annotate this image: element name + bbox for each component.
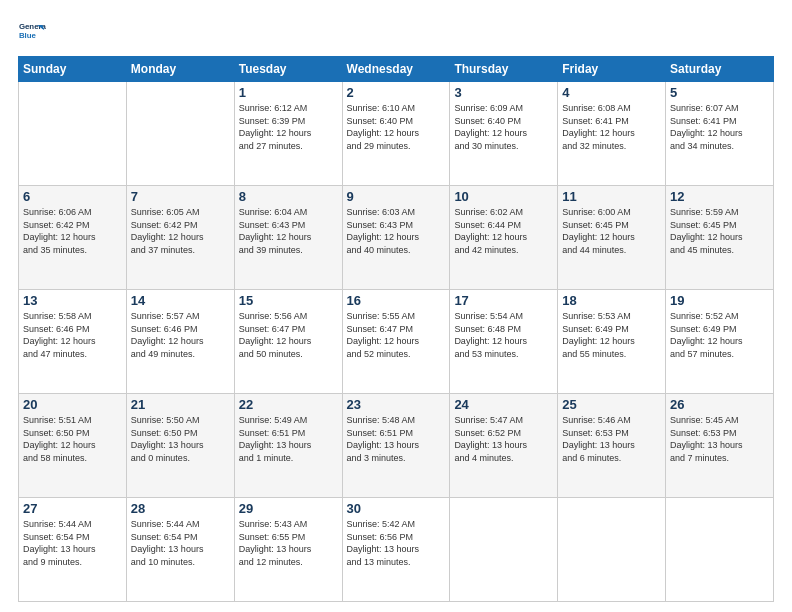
- day-number: 5: [670, 85, 769, 100]
- day-number: 15: [239, 293, 338, 308]
- day-info: Sunrise: 5:56 AM Sunset: 6:47 PM Dayligh…: [239, 310, 338, 360]
- day-info: Sunrise: 6:05 AM Sunset: 6:42 PM Dayligh…: [131, 206, 230, 256]
- day-info: Sunrise: 5:47 AM Sunset: 6:52 PM Dayligh…: [454, 414, 553, 464]
- day-info: Sunrise: 5:54 AM Sunset: 6:48 PM Dayligh…: [454, 310, 553, 360]
- day-info: Sunrise: 6:03 AM Sunset: 6:43 PM Dayligh…: [347, 206, 446, 256]
- day-number: 29: [239, 501, 338, 516]
- day-number: 23: [347, 397, 446, 412]
- calendar-cell: 11Sunrise: 6:00 AM Sunset: 6:45 PM Dayli…: [558, 186, 666, 290]
- day-info: Sunrise: 6:10 AM Sunset: 6:40 PM Dayligh…: [347, 102, 446, 152]
- day-number: 1: [239, 85, 338, 100]
- day-number: 16: [347, 293, 446, 308]
- calendar-cell: 5Sunrise: 6:07 AM Sunset: 6:41 PM Daylig…: [666, 82, 774, 186]
- calendar-cell: 8Sunrise: 6:04 AM Sunset: 6:43 PM Daylig…: [234, 186, 342, 290]
- calendar-cell: 24Sunrise: 5:47 AM Sunset: 6:52 PM Dayli…: [450, 394, 558, 498]
- day-info: Sunrise: 5:57 AM Sunset: 6:46 PM Dayligh…: [131, 310, 230, 360]
- calendar-header-row: SundayMondayTuesdayWednesdayThursdayFrid…: [19, 57, 774, 82]
- calendar-day-header: Monday: [126, 57, 234, 82]
- day-number: 11: [562, 189, 661, 204]
- day-number: 10: [454, 189, 553, 204]
- calendar-day-header: Sunday: [19, 57, 127, 82]
- day-number: 24: [454, 397, 553, 412]
- day-info: Sunrise: 5:49 AM Sunset: 6:51 PM Dayligh…: [239, 414, 338, 464]
- day-number: 19: [670, 293, 769, 308]
- calendar-cell: 14Sunrise: 5:57 AM Sunset: 6:46 PM Dayli…: [126, 290, 234, 394]
- day-info: Sunrise: 5:45 AM Sunset: 6:53 PM Dayligh…: [670, 414, 769, 464]
- calendar-cell: 28Sunrise: 5:44 AM Sunset: 6:54 PM Dayli…: [126, 498, 234, 602]
- day-info: Sunrise: 6:06 AM Sunset: 6:42 PM Dayligh…: [23, 206, 122, 256]
- calendar-cell: [450, 498, 558, 602]
- calendar-cell: 19Sunrise: 5:52 AM Sunset: 6:49 PM Dayli…: [666, 290, 774, 394]
- logo-icon: General Blue: [18, 18, 46, 46]
- calendar-day-header: Thursday: [450, 57, 558, 82]
- calendar-cell: [666, 498, 774, 602]
- day-number: 13: [23, 293, 122, 308]
- day-number: 9: [347, 189, 446, 204]
- calendar-cell: 3Sunrise: 6:09 AM Sunset: 6:40 PM Daylig…: [450, 82, 558, 186]
- calendar-cell: 1Sunrise: 6:12 AM Sunset: 6:39 PM Daylig…: [234, 82, 342, 186]
- day-info: Sunrise: 6:00 AM Sunset: 6:45 PM Dayligh…: [562, 206, 661, 256]
- day-info: Sunrise: 5:50 AM Sunset: 6:50 PM Dayligh…: [131, 414, 230, 464]
- calendar-cell: 29Sunrise: 5:43 AM Sunset: 6:55 PM Dayli…: [234, 498, 342, 602]
- calendar-day-header: Friday: [558, 57, 666, 82]
- day-number: 22: [239, 397, 338, 412]
- calendar-cell: 20Sunrise: 5:51 AM Sunset: 6:50 PM Dayli…: [19, 394, 127, 498]
- day-number: 26: [670, 397, 769, 412]
- day-info: Sunrise: 5:59 AM Sunset: 6:45 PM Dayligh…: [670, 206, 769, 256]
- calendar-week-row: 20Sunrise: 5:51 AM Sunset: 6:50 PM Dayli…: [19, 394, 774, 498]
- calendar-day-header: Wednesday: [342, 57, 450, 82]
- calendar-cell: 2Sunrise: 6:10 AM Sunset: 6:40 PM Daylig…: [342, 82, 450, 186]
- calendar-cell: 13Sunrise: 5:58 AM Sunset: 6:46 PM Dayli…: [19, 290, 127, 394]
- calendar-cell: 15Sunrise: 5:56 AM Sunset: 6:47 PM Dayli…: [234, 290, 342, 394]
- day-info: Sunrise: 5:58 AM Sunset: 6:46 PM Dayligh…: [23, 310, 122, 360]
- day-number: 2: [347, 85, 446, 100]
- day-number: 3: [454, 85, 553, 100]
- day-info: Sunrise: 6:02 AM Sunset: 6:44 PM Dayligh…: [454, 206, 553, 256]
- calendar-cell: 16Sunrise: 5:55 AM Sunset: 6:47 PM Dayli…: [342, 290, 450, 394]
- calendar-cell: [558, 498, 666, 602]
- calendar-week-row: 27Sunrise: 5:44 AM Sunset: 6:54 PM Dayli…: [19, 498, 774, 602]
- day-number: 27: [23, 501, 122, 516]
- day-number: 17: [454, 293, 553, 308]
- calendar-week-row: 13Sunrise: 5:58 AM Sunset: 6:46 PM Dayli…: [19, 290, 774, 394]
- calendar-cell: [126, 82, 234, 186]
- day-number: 18: [562, 293, 661, 308]
- calendar-week-row: 1Sunrise: 6:12 AM Sunset: 6:39 PM Daylig…: [19, 82, 774, 186]
- calendar-cell: 7Sunrise: 6:05 AM Sunset: 6:42 PM Daylig…: [126, 186, 234, 290]
- day-number: 12: [670, 189, 769, 204]
- page: General Blue SundayMondayTuesdayWednesda…: [0, 0, 792, 612]
- day-info: Sunrise: 6:12 AM Sunset: 6:39 PM Dayligh…: [239, 102, 338, 152]
- logo: General Blue: [18, 18, 50, 46]
- calendar-day-header: Saturday: [666, 57, 774, 82]
- day-number: 20: [23, 397, 122, 412]
- day-info: Sunrise: 5:51 AM Sunset: 6:50 PM Dayligh…: [23, 414, 122, 464]
- day-info: Sunrise: 6:09 AM Sunset: 6:40 PM Dayligh…: [454, 102, 553, 152]
- svg-text:Blue: Blue: [19, 31, 37, 40]
- day-number: 7: [131, 189, 230, 204]
- calendar-cell: 12Sunrise: 5:59 AM Sunset: 6:45 PM Dayli…: [666, 186, 774, 290]
- calendar-cell: 25Sunrise: 5:46 AM Sunset: 6:53 PM Dayli…: [558, 394, 666, 498]
- day-number: 21: [131, 397, 230, 412]
- calendar-cell: 4Sunrise: 6:08 AM Sunset: 6:41 PM Daylig…: [558, 82, 666, 186]
- calendar-cell: 22Sunrise: 5:49 AM Sunset: 6:51 PM Dayli…: [234, 394, 342, 498]
- day-info: Sunrise: 5:44 AM Sunset: 6:54 PM Dayligh…: [131, 518, 230, 568]
- day-number: 6: [23, 189, 122, 204]
- day-info: Sunrise: 5:46 AM Sunset: 6:53 PM Dayligh…: [562, 414, 661, 464]
- day-info: Sunrise: 6:04 AM Sunset: 6:43 PM Dayligh…: [239, 206, 338, 256]
- day-number: 8: [239, 189, 338, 204]
- day-info: Sunrise: 5:48 AM Sunset: 6:51 PM Dayligh…: [347, 414, 446, 464]
- calendar-cell: 6Sunrise: 6:06 AM Sunset: 6:42 PM Daylig…: [19, 186, 127, 290]
- calendar-cell: 27Sunrise: 5:44 AM Sunset: 6:54 PM Dayli…: [19, 498, 127, 602]
- calendar-cell: 26Sunrise: 5:45 AM Sunset: 6:53 PM Dayli…: [666, 394, 774, 498]
- day-number: 30: [347, 501, 446, 516]
- day-number: 25: [562, 397, 661, 412]
- calendar-cell: 18Sunrise: 5:53 AM Sunset: 6:49 PM Dayli…: [558, 290, 666, 394]
- calendar-cell: 21Sunrise: 5:50 AM Sunset: 6:50 PM Dayli…: [126, 394, 234, 498]
- day-info: Sunrise: 5:52 AM Sunset: 6:49 PM Dayligh…: [670, 310, 769, 360]
- day-info: Sunrise: 5:55 AM Sunset: 6:47 PM Dayligh…: [347, 310, 446, 360]
- day-info: Sunrise: 5:44 AM Sunset: 6:54 PM Dayligh…: [23, 518, 122, 568]
- calendar-table: SundayMondayTuesdayWednesdayThursdayFrid…: [18, 56, 774, 602]
- calendar-cell: 30Sunrise: 5:42 AM Sunset: 6:56 PM Dayli…: [342, 498, 450, 602]
- day-info: Sunrise: 5:42 AM Sunset: 6:56 PM Dayligh…: [347, 518, 446, 568]
- header: General Blue: [18, 18, 774, 46]
